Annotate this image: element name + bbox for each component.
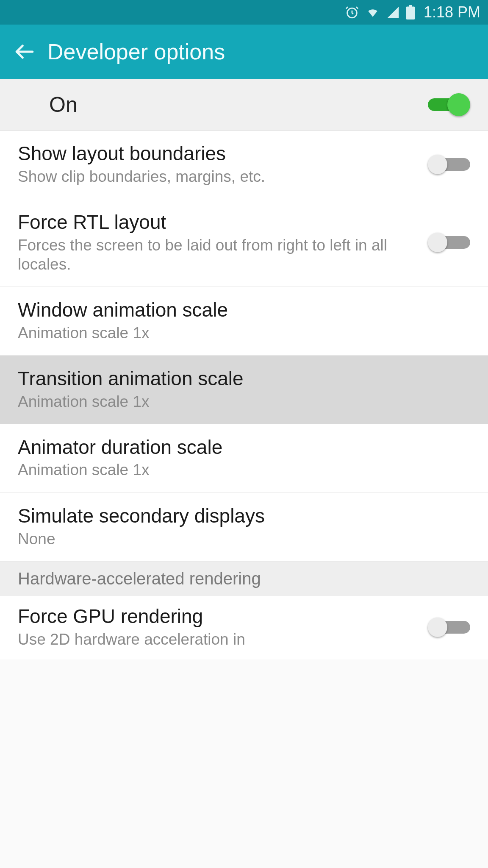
setting-force-rtl-layout[interactable]: Force RTL layout Forces the screen to be… <box>0 199 488 287</box>
master-toggle-switch[interactable] <box>428 95 470 115</box>
section-header-hw-rendering: Hardware-accelerated rendering <box>0 562 488 596</box>
setting-show-layout-boundaries[interactable]: Show layout boundaries Show clip boundar… <box>0 131 488 199</box>
setting-subtitle: Animation scale 1x <box>18 461 462 479</box>
signal-icon <box>386 6 400 19</box>
status-clock: 1:18 PM <box>424 3 480 21</box>
master-toggle-label: On <box>49 92 428 117</box>
setting-title: Animator duration scale <box>18 436 462 459</box>
page-title: Developer options <box>47 39 225 64</box>
setting-subtitle: Animation scale 1x <box>18 324 462 342</box>
setting-title: Simulate secondary displays <box>18 505 462 527</box>
setting-subtitle: None <box>18 530 462 548</box>
svg-rect-1 <box>406 6 415 19</box>
toggle-switch[interactable] <box>428 617 470 637</box>
battery-icon <box>406 5 415 19</box>
setting-title: Window animation scale <box>18 299 462 321</box>
toggle-switch[interactable] <box>428 154 470 175</box>
wifi-icon <box>365 6 380 19</box>
setting-title: Force RTL layout <box>18 211 419 234</box>
svg-rect-2 <box>409 5 412 7</box>
setting-animator-duration-scale[interactable]: Animator duration scale Animation scale … <box>0 424 488 493</box>
setting-title: Force GPU rendering <box>18 605 419 628</box>
back-button[interactable] <box>13 40 36 64</box>
toggle-switch[interactable] <box>428 232 470 253</box>
setting-title: Transition animation scale <box>18 367 462 390</box>
setting-subtitle: Forces the screen to be laid out from ri… <box>18 236 419 274</box>
setting-subtitle: Use 2D hardware acceleration in <box>18 630 419 649</box>
setting-transition-animation-scale[interactable]: Transition animation scale Animation sca… <box>0 356 488 424</box>
master-toggle-row[interactable]: On <box>0 79 488 131</box>
app-bar: Developer options <box>0 25 488 79</box>
setting-simulate-secondary-displays[interactable]: Simulate secondary displays None <box>0 493 488 562</box>
setting-subtitle: Animation scale 1x <box>18 392 462 411</box>
alarm-icon <box>345 5 359 19</box>
setting-title: Show layout boundaries <box>18 142 419 165</box>
setting-window-animation-scale[interactable]: Window animation scale Animation scale 1… <box>0 287 488 356</box>
settings-list: Show layout boundaries Show clip boundar… <box>0 131 488 659</box>
setting-subtitle: Show clip boundaries, margins, etc. <box>18 167 419 186</box>
status-bar: 1:18 PM <box>0 0 488 25</box>
setting-force-gpu-rendering[interactable]: Force GPU rendering Use 2D hardware acce… <box>0 596 488 659</box>
